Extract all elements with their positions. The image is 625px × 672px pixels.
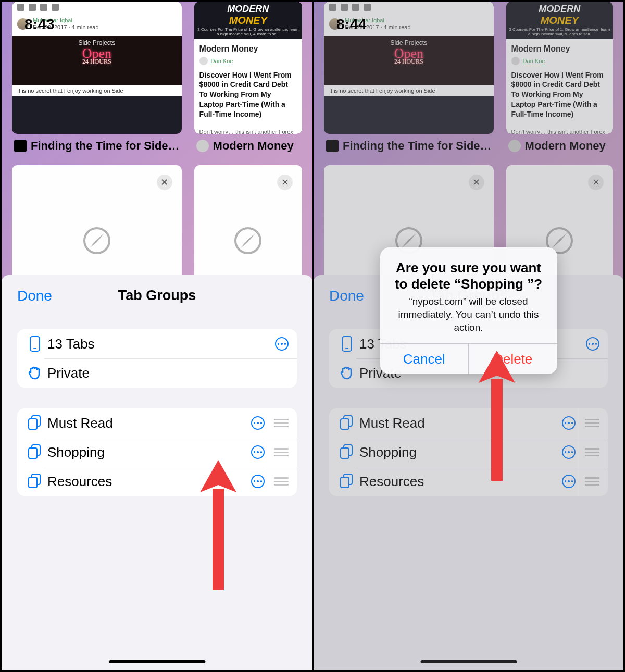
phone-icon: [26, 336, 44, 352]
thumb-article-title: Modern Money: [199, 44, 297, 54]
tab-group-row[interactable]: Resources: [17, 467, 297, 496]
author-favicon-icon: [196, 140, 209, 152]
close-tab-button[interactable]: ✕: [157, 175, 172, 190]
sheet-title: Tab Groups: [2, 288, 312, 304]
more-button[interactable]: [251, 445, 265, 459]
private-label: Private: [44, 365, 289, 381]
thumb-note: Don't worry… this isn't another Forex: [199, 129, 297, 134]
private-row[interactable]: Private: [17, 358, 297, 388]
screenshot-left: 8:43 Mubashar IqbalDec 29, 2017 · 4 min …: [2, 2, 312, 670]
thumb-brand-2: MONEY: [196, 15, 300, 27]
medium-favicon-icon: [14, 140, 27, 152]
copy-icon: [26, 444, 44, 460]
comparison-frame: 8:43 Mubashar IqbalDec 29, 2017 · 4 min …: [0, 0, 625, 672]
thumb-brand-1: MODERN: [196, 4, 300, 15]
tabs-count-label: 13 Tabs: [44, 336, 275, 352]
thumb-footer: It is no secret that I enjoy working on …: [12, 85, 182, 96]
thumb-author: Dan Koe: [211, 58, 233, 64]
tab-title: Finding the Time for Side…: [31, 139, 180, 153]
reorder-handle[interactable]: [265, 467, 297, 496]
copy-icon: [26, 415, 44, 431]
tab-group-row[interactable]: Must Read: [17, 408, 297, 438]
tab-group-row[interactable]: Shopping: [17, 438, 297, 467]
tab-groups-list: Must Read Shopping Resources: [17, 408, 297, 496]
status-time: 8:43: [24, 16, 55, 33]
more-button[interactable]: [251, 475, 265, 488]
more-button[interactable]: [275, 337, 289, 351]
thumb-hero-sub: 24 HOURS: [12, 59, 182, 65]
thumb-hero-small: Side Projects: [12, 39, 182, 46]
status-time: 8:44: [336, 16, 367, 33]
alert-title: Are you sure you want to delete “Shoppin…: [392, 260, 546, 292]
delete-confirmation-alert: Are you sure you want to delete “Shoppin…: [380, 247, 557, 374]
more-button[interactable]: [251, 416, 265, 430]
copy-icon: [26, 474, 44, 489]
safari-compass-icon: [234, 227, 261, 254]
cancel-button[interactable]: Cancel: [380, 344, 469, 374]
thumb-headline: Discover How I Went From $8000 in Credit…: [199, 70, 297, 119]
screenshot-right: 8:44 Mubashar IqbalDec 29, 2017 · 4 min …: [312, 2, 623, 670]
base-list: 13 Tabs Private: [17, 329, 297, 388]
reorder-handle[interactable]: [265, 438, 297, 467]
thumb-brand-sub: 3 Courses For The Price of 1. Grow an au…: [196, 28, 300, 37]
delete-button[interactable]: Delete: [468, 344, 557, 374]
tab-groups-sheet: Done Tab Groups 13 Tabs Private: [2, 275, 312, 670]
tab-group-label: Resources: [44, 474, 251, 490]
home-indicator[interactable]: [109, 660, 205, 663]
safari-compass-icon: [83, 227, 110, 254]
tab-group-label: Shopping: [44, 444, 251, 461]
reorder-handle[interactable]: [265, 408, 297, 438]
tab-thumbnail: MODERN MONEY 3 Courses For The Price of …: [194, 2, 302, 134]
tab-card[interactable]: MODERN MONEY 3 Courses For The Price of …: [194, 2, 302, 153]
tabs-count-row[interactable]: 13 Tabs: [17, 329, 297, 358]
close-tab-button[interactable]: ✕: [277, 175, 293, 190]
alert-message: “nypost.com” will be closed immediately.…: [392, 295, 546, 334]
hand-icon: [26, 366, 44, 380]
tab-title: Modern Money: [213, 139, 294, 153]
tab-group-label: Must Read: [44, 415, 251, 431]
